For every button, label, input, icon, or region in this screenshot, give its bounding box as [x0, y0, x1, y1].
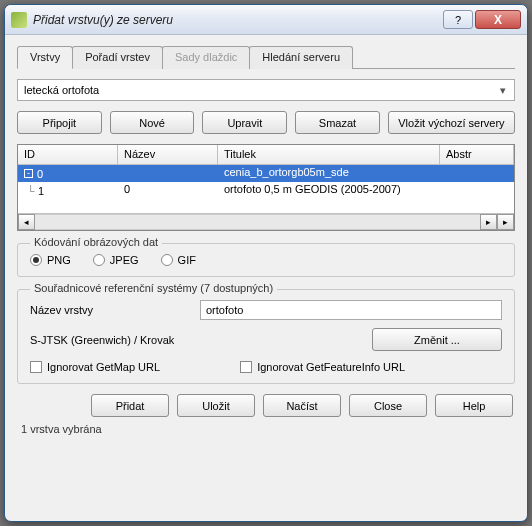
col-title[interactable]: Titulek	[218, 145, 440, 164]
tabstrip: Vrstvy Pořadí vrstev Sady dlaždic Hledán…	[17, 45, 515, 69]
close-titlebar-button[interactable]: X	[475, 10, 521, 29]
radio-gif[interactable]: GIF	[161, 254, 196, 266]
close-button[interactable]: Close	[349, 394, 427, 417]
collapse-icon[interactable]: -	[24, 169, 33, 178]
chevron-down-icon: ▾	[495, 83, 510, 98]
tree-branch-icon: └	[24, 185, 38, 197]
connect-button[interactable]: Připojit	[17, 111, 102, 134]
checkbox-icon	[30, 361, 42, 373]
radio-dot-icon	[93, 254, 105, 266]
dialog-buttons: Přidat Uložit Načíst Close Help	[17, 384, 515, 421]
delete-button[interactable]: Smazat	[295, 111, 380, 134]
table-row[interactable]: -0 cenia_b_ortorgb05m_sde	[18, 165, 514, 182]
encoding-group-title: Kódování obrázových dat	[30, 236, 162, 248]
help-button[interactable]: Help	[435, 394, 513, 417]
default-servers-button[interactable]: Vložit výchozí servery	[388, 111, 515, 134]
col-name[interactable]: Název	[118, 145, 218, 164]
edit-button[interactable]: Upravit	[202, 111, 287, 134]
layer-table: ID Název Titulek Abstr -0 cenia_b_ortorg…	[17, 144, 515, 231]
radio-dot-icon	[30, 254, 42, 266]
layer-name-label: Název vrstvy	[30, 304, 190, 316]
app-icon	[11, 12, 27, 28]
ignore-getmap-checkbox[interactable]: Ignorovat GetMap URL	[30, 361, 160, 373]
checkbox-icon	[240, 361, 252, 373]
scroll-right-button[interactable]: ▸	[480, 214, 497, 230]
scroll-right-button[interactable]: ▸	[497, 214, 514, 230]
ignore-getfeatureinfo-checkbox[interactable]: Ignorovat GetFeatureInfo URL	[240, 361, 405, 373]
titlebar[interactable]: Přidat vrstvu(y) ze serveru ? X	[5, 5, 527, 35]
radio-jpeg[interactable]: JPEG	[93, 254, 139, 266]
load-button[interactable]: Načíst	[263, 394, 341, 417]
status-text: 1 vrstva vybrána	[17, 421, 515, 441]
crs-name: S-JTSK (Greenwich) / Krovak	[30, 334, 362, 346]
tab-search[interactable]: Hledání serveru	[249, 46, 353, 69]
help-titlebar-button[interactable]: ?	[443, 10, 473, 29]
table-row[interactable]: └1 0 ortofoto 0,5 m GEODIS (2005-2007)	[18, 182, 514, 199]
connection-combo[interactable]: letecká ortofota ▾	[17, 79, 515, 101]
add-button[interactable]: Přidat	[91, 394, 169, 417]
tab-layers[interactable]: Vrstvy	[17, 46, 73, 69]
crs-group: Souřadnicové referenční systémy (7 dostu…	[17, 289, 515, 384]
col-abstract[interactable]: Abstr	[440, 145, 514, 164]
scroll-left-button[interactable]: ◂	[18, 214, 35, 230]
new-button[interactable]: Nové	[110, 111, 195, 134]
table-header: ID Název Titulek Abstr	[18, 145, 514, 165]
layer-name-input[interactable]	[200, 300, 502, 320]
tab-order[interactable]: Pořadí vrstev	[72, 46, 163, 69]
connection-selected: letecká ortofota	[24, 84, 99, 96]
change-crs-button[interactable]: Změnit ...	[372, 328, 502, 351]
radio-dot-icon	[161, 254, 173, 266]
window-title: Přidat vrstvu(y) ze serveru	[33, 13, 443, 27]
col-id[interactable]: ID	[18, 145, 118, 164]
horizontal-scrollbar[interactable]: ◂ ▸ ▸	[18, 213, 514, 230]
dialog-window: Přidat vrstvu(y) ze serveru ? X Vrstvy P…	[4, 4, 528, 522]
scroll-track[interactable]	[35, 214, 480, 230]
crs-group-title: Souřadnicové referenční systémy (7 dostu…	[30, 282, 277, 294]
save-button[interactable]: Uložit	[177, 394, 255, 417]
tab-tilesets: Sady dlaždic	[162, 46, 250, 69]
encoding-group: Kódování obrázových dat PNG JPEG GIF	[17, 243, 515, 277]
radio-png[interactable]: PNG	[30, 254, 71, 266]
